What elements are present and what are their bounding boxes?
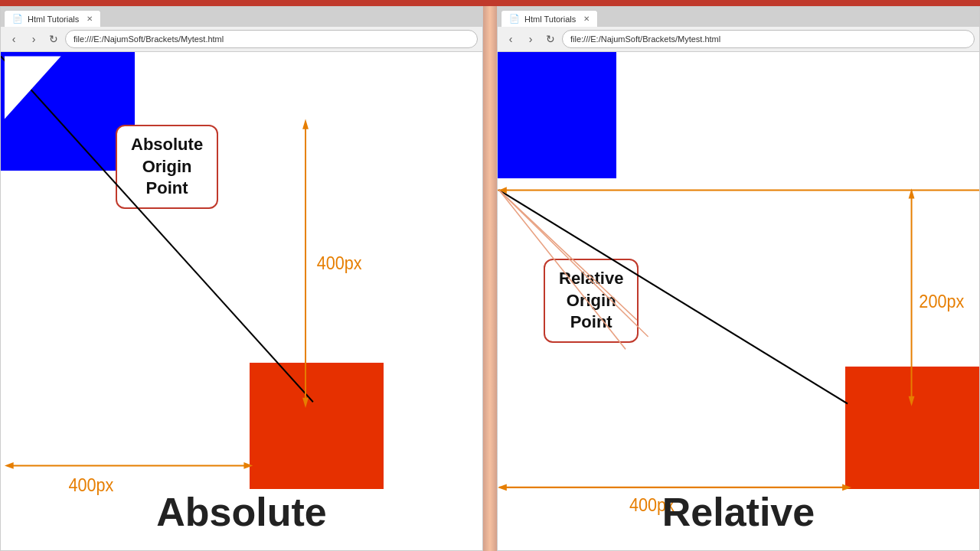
left-forward-button[interactable]: › (25, 31, 42, 47)
left-refresh-button[interactable]: ↻ (45, 31, 62, 47)
rel-callout: RelativeOriginPoint (544, 259, 639, 343)
left-address-bar[interactable]: file:///E:/NajumSoft/Brackets/Mytest.htm… (65, 30, 478, 48)
right-address-bar[interactable]: file:///E:/NajumSoft/Brackets/Mytest.htm… (562, 30, 975, 48)
browser-divider (483, 6, 497, 551)
abs-callout: AbsoluteOriginPoint (116, 125, 218, 209)
rel-browser-label: Relative (498, 489, 979, 535)
svg-marker-15 (499, 187, 507, 194)
left-address-text: file:///E:/NajumSoft/Brackets/Mytest.htm… (74, 34, 224, 44)
right-refresh-button[interactable]: ↻ (542, 31, 559, 47)
top-bar (0, 0, 980, 6)
left-tab-close-icon[interactable]: ✕ (87, 15, 93, 23)
right-browser-content: RelativeOriginPoint (498, 52, 979, 550)
browsers-row: 📄 Html Tutorials ✕ ‹ › ↻ file:///E:/Naju… (0, 6, 980, 551)
left-browser-content: AbsoluteOriginPoint 400px (1, 52, 482, 550)
abs-red-box (250, 363, 384, 489)
left-browser-tab[interactable]: 📄 Html Tutorials ✕ (4, 10, 101, 27)
svg-text:400px: 400px (317, 253, 362, 273)
svg-marker-7 (5, 462, 14, 469)
svg-marker-17 (909, 188, 915, 198)
left-browser-tabs: 📄 Html Tutorials ✕ (1, 7, 482, 27)
right-browser-tab[interactable]: 📄 Html Tutorials ✕ (501, 10, 598, 27)
right-browser-nav: ‹ › ↻ file:///E:/NajumSoft/Brackets/Myte… (498, 27, 979, 51)
right-address-text: file:///E:/NajumSoft/Brackets/Mytest.htm… (570, 34, 720, 44)
rel-red-box (845, 367, 979, 489)
right-back-button[interactable]: ‹ (502, 31, 519, 47)
right-browser-chrome: 📄 Html Tutorials ✕ ‹ › ↻ file:///E:/Naju… (498, 7, 979, 52)
left-tab-label: Html Tutorials (28, 15, 79, 24)
svg-marker-3 (302, 119, 309, 129)
left-back-button[interactable]: ‹ (5, 31, 22, 47)
svg-text:200px: 200px (919, 291, 964, 311)
right-tab-close-icon[interactable]: ✕ (583, 15, 590, 23)
left-browser-chrome: 📄 Html Tutorials ✕ ‹ › ↻ file:///E:/Naju… (1, 7, 482, 52)
rel-blue-box (498, 52, 616, 178)
left-tab-favicon: 📄 (12, 14, 23, 24)
app-wrapper: 📄 Html Tutorials ✕ ‹ › ↻ file:///E:/Naju… (0, 0, 980, 551)
right-forward-button[interactable]: › (522, 31, 539, 47)
right-browser: 📄 Html Tutorials ✕ ‹ › ↻ file:///E:/Naju… (497, 6, 980, 551)
abs-browser-label: Absolute (1, 489, 482, 535)
abs-blue-box (1, 52, 135, 171)
left-browser-nav: ‹ › ↻ file:///E:/NajumSoft/Brackets/Myte… (1, 27, 482, 51)
right-tab-label: Html Tutorials (524, 15, 576, 24)
left-browser: 📄 Html Tutorials ✕ ‹ › ↻ file:///E:/Naju… (0, 6, 483, 551)
right-tab-favicon: 📄 (509, 14, 520, 24)
right-browser-tabs: 📄 Html Tutorials ✕ (498, 7, 979, 27)
